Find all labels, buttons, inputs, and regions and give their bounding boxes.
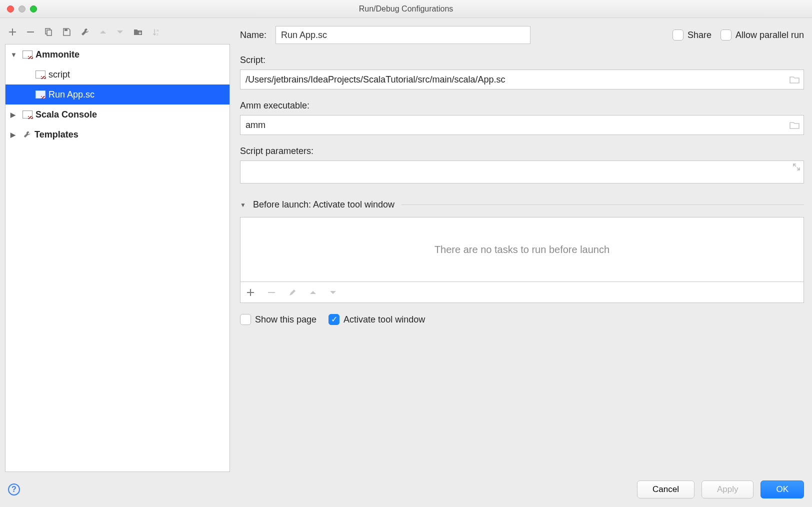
tasks-empty-text: There are no tasks to run before launch: [434, 244, 610, 256]
tree-item-templates[interactable]: ▶ Templates: [6, 124, 230, 144]
move-down-icon: [116, 28, 124, 36]
config-type-icon: [22, 110, 32, 118]
tree-item-ammonite[interactable]: ▼ Ammonite: [6, 44, 230, 64]
move-up-icon: [99, 28, 107, 36]
svg-rect-2: [64, 29, 68, 31]
show-page-label: Show this page: [255, 314, 316, 325]
tasks-list[interactable]: There are no tasks to run before launch: [240, 217, 804, 282]
parallel-label: Allow parallel run: [736, 30, 804, 40]
tree-item-scala-console[interactable]: ▶ Scala Console: [6, 104, 230, 124]
parallel-run-checkbox[interactable]: Allow parallel run: [720, 30, 804, 40]
browse-icon[interactable]: [790, 121, 800, 129]
activate-tw-label: Activate tool window: [344, 314, 425, 325]
copy-icon[interactable]: [44, 28, 53, 36]
chevron-down-icon: ▼: [240, 202, 246, 208]
tree-item-label: Scala Console: [36, 110, 97, 120]
script-input[interactable]: /Users/jetbrains/IdeaProjects/ScalaTutor…: [240, 70, 804, 90]
config-form: Name: Share Allow parallel run Script: /…: [240, 23, 807, 472]
save-icon[interactable]: [62, 28, 71, 36]
tree-item-label: Templates: [34, 130, 78, 140]
config-tree[interactable]: ▼ Ammonite script Run App.sc ▶ Scala Con…: [5, 44, 230, 472]
tree-item-script[interactable]: script: [6, 64, 230, 84]
script-value: /Users/jetbrains/IdeaProjects/ScalaTutor…: [246, 74, 790, 85]
folder-icon[interactable]: [133, 28, 143, 36]
remove-icon[interactable]: [26, 28, 35, 36]
script-label: Script:: [240, 55, 804, 66]
titlebar: Run/Debug Configurations: [0, 0, 812, 18]
expand-icon[interactable]: [792, 163, 800, 171]
tree-item-label: Run App.sc: [48, 90, 94, 100]
help-button[interactable]: ?: [8, 484, 20, 496]
wrench-icon: [22, 130, 32, 139]
config-icon: [36, 70, 46, 78]
chevron-down-icon: ▼: [10, 51, 20, 58]
before-launch-label: Before launch: Activate tool window: [253, 200, 394, 210]
chevron-right-icon: ▶: [10, 111, 20, 118]
params-label: Script parameters:: [240, 146, 804, 156]
svg-text:z: z: [156, 32, 158, 36]
config-type-icon: [22, 50, 32, 58]
window-title: Run/Debug Configurations: [0, 4, 812, 14]
name-input[interactable]: [276, 26, 530, 44]
tree-item-run-app[interactable]: Run App.sc: [6, 84, 230, 104]
tree-item-label: Ammonite: [36, 50, 80, 60]
show-page-checkbox[interactable]: Show this page: [240, 314, 316, 325]
remove-icon: [268, 288, 276, 296]
share-label: Share: [688, 30, 712, 40]
move-down-icon: [330, 289, 336, 296]
ok-button[interactable]: OK: [760, 480, 804, 498]
tree-item-label: script: [48, 70, 70, 80]
before-launch-section[interactable]: ▼ Before launch: Activate tool window: [240, 200, 804, 210]
tasks-toolbar: [240, 282, 804, 303]
share-checkbox[interactable]: Share: [672, 30, 712, 40]
name-label: Name:: [240, 30, 266, 40]
cancel-button[interactable]: Cancel: [637, 480, 694, 498]
config-toolbar: az: [5, 23, 230, 44]
wrench-icon[interactable]: [80, 27, 90, 37]
amm-value: amm: [246, 120, 790, 130]
config-icon: [36, 90, 46, 98]
add-icon[interactable]: [8, 28, 17, 36]
sort-icon: az: [152, 28, 161, 36]
amm-label: Amm executable:: [240, 100, 804, 111]
chevron-right-icon: ▶: [10, 131, 20, 138]
apply-button: Apply: [702, 480, 754, 498]
move-up-icon: [310, 289, 316, 296]
edit-icon: [288, 288, 296, 296]
amm-input[interactable]: amm: [240, 115, 804, 135]
add-icon[interactable]: [246, 288, 254, 296]
sidebar: az ▼ Ammonite script Run App.sc ▶ Scala …: [5, 23, 230, 472]
svg-rect-1: [47, 30, 52, 36]
activate-tool-window-checkbox[interactable]: Activate tool window: [328, 314, 425, 325]
dialog-footer: ? Cancel Apply OK: [0, 472, 812, 507]
browse-icon[interactable]: [790, 76, 800, 84]
params-input[interactable]: [240, 160, 804, 184]
